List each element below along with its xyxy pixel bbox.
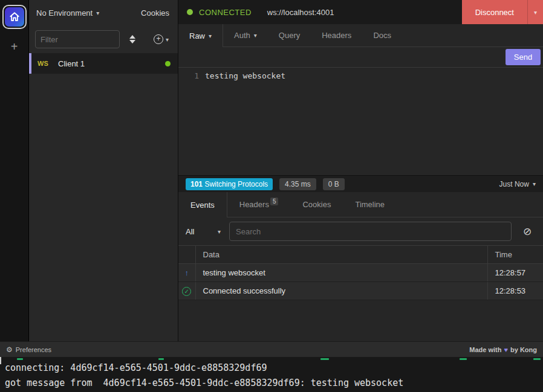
disconnect-options-button[interactable]: ▾ [527,0,543,24]
gear-icon: ⚙ [6,345,13,354]
chevron-down-icon: ▾ [534,9,537,16]
tab-auth[interactable]: Auth ▾ [223,24,268,47]
main-area: + No Environment ▾ Cookies + ▾ [0,0,543,341]
response-size-badge: 0 B [323,178,345,190]
kong-credit: Made with ♥ by Kong [469,346,537,353]
sidebar-filter-row: + ▾ [29,25,178,53]
connected-dot-icon [187,9,193,15]
event-data: testing websocket [195,264,487,282]
event-row[interactable]: ↑ testing websocket 12:28:57 [178,264,543,282]
response-tabs: Events Headers 5 Cookies Timeline [178,192,543,217]
plus-circle-icon: + [154,34,163,44]
editor-content: testing websocket [205,71,285,175]
sidebar: No Environment ▾ Cookies + ▾ WS Client 1 [29,0,178,341]
sidebar-item-client-1[interactable]: WS Client 1 [29,53,178,74]
terminal-output: connecting: 4d69cf14-e565-4501-9ddc-e885… [0,357,543,392]
connection-status-dot [165,61,171,66]
disconnect-button-group: Disconnect ▾ [462,0,543,24]
send-button[interactable]: Send [506,49,541,65]
chevron-down-icon: ▾ [96,10,99,16]
line-number: 1 [178,71,205,175]
tab-timeline[interactable]: Timeline [343,192,397,217]
message-editor[interactable]: 1 testing websocket [178,68,543,175]
events-table-header: Data Time [178,246,543,264]
terminal-line: connecting: 4d69cf14-e565-4501-9ddc-e885… [5,361,538,376]
events-filter-row: All ▾ ⊘ [178,217,543,245]
request-method-badge: WS [37,60,58,67]
events-table: Data Time ↑ testing websocket 12:28:57 ✓… [178,245,543,300]
heart-icon: ♥ [504,346,508,353]
column-header-data: Data [195,246,487,264]
request-pane: CONNECTED ws://localhost:4001 Disconnect… [178,0,543,341]
request-tabs: Raw ▾ Auth ▾ Query Headers Docs [178,24,543,47]
add-project-button[interactable]: + [11,40,18,54]
terminal-line: got message from 4d69cf14-e565-4501-9ddc… [5,376,538,391]
sent-message-icon: ↑ [185,268,189,277]
event-time: 12:28:57 [487,264,543,282]
event-type-select[interactable]: All ▾ [183,227,223,236]
cookies-button[interactable]: Cookies [141,8,169,18]
check-circle-icon: ✓ [182,287,191,296]
pane-spacer [178,300,543,341]
terminal-cursor [0,357,1,364]
disconnect-button[interactable]: Disconnect [462,0,527,24]
clear-events-button[interactable]: ⊘ [518,225,537,238]
chevron-down-icon: ▾ [209,33,212,39]
chevron-down-icon: ▾ [218,228,221,235]
tab-response-cookies[interactable]: Cookies [290,192,343,217]
response-time-badge: 4.35 ms [279,178,316,190]
response-history-dropdown[interactable]: Just Now ▾ [499,180,536,188]
status-code-badge: 101 Switching Protocols [186,178,273,190]
search-input[interactable] [229,222,512,241]
tab-raw[interactable]: Raw ▾ [178,24,223,47]
tab-docs[interactable]: Docs [362,24,402,47]
headers-count-badge: 5 [270,198,279,205]
connection-bar: CONNECTED ws://localhost:4001 Disconnect… [178,0,543,24]
environment-label: No Environment [36,8,93,18]
app-footer: ⚙ Preferences Made with ♥ by Kong [0,341,543,357]
preferences-button[interactable]: ⚙ Preferences [6,345,51,354]
home-icon [5,7,24,27]
tab-query[interactable]: Query [268,24,311,47]
environment-dropdown[interactable]: No Environment ▾ [36,8,99,18]
home-button[interactable] [2,5,27,29]
connection-status: CONNECTED [199,8,252,17]
event-time: 12:28:53 [487,282,543,300]
sort-icon[interactable] [126,35,139,43]
environment-bar: No Environment ▾ Cookies [29,0,178,25]
send-row: Send [178,47,543,68]
clipped-terminal-line [0,358,543,361]
event-data: Connected successfully [195,282,487,300]
request-name: Client 1 [58,59,85,68]
tab-response-headers[interactable]: Headers 5 [227,192,291,217]
tab-headers[interactable]: Headers [311,24,362,47]
tab-events[interactable]: Events [178,192,227,217]
chevron-down-icon: ▾ [533,181,536,187]
left-rail: + [0,0,29,341]
event-row[interactable]: ✓ Connected successfully 12:28:53 [178,282,543,300]
app-window: + No Environment ▾ Cookies + ▾ [0,0,543,392]
create-request-button[interactable]: + ▾ [154,34,169,44]
chevron-down-icon: ▾ [254,32,257,39]
websocket-url-input[interactable]: ws://localhost:4001 [267,8,462,17]
column-header-time: Time [487,246,543,264]
filter-input[interactable] [35,30,120,48]
chevron-down-icon: ▾ [166,36,169,43]
response-status-bar: 101 Switching Protocols 4.35 ms 0 B Just… [178,175,543,192]
ban-icon: ⊘ [523,226,532,237]
